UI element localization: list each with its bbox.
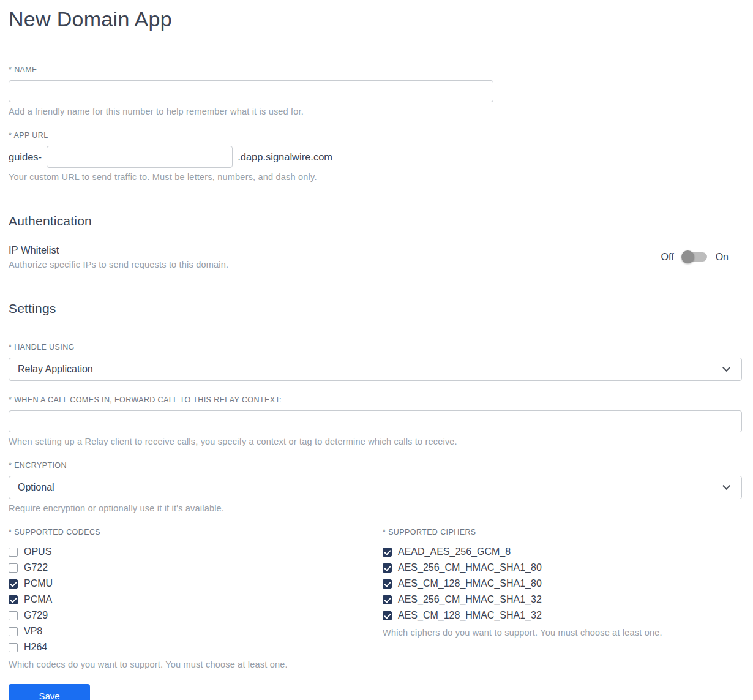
checkbox-icon[interactable] [9,548,18,557]
relay-context-input[interactable] [9,410,742,432]
handle-using-label: * HANDLE USING [9,343,742,352]
cipher-row-5[interactable]: AES_CM_128_HMAC_SHA1_32 [383,608,742,623]
checkbox-icon[interactable] [383,579,392,589]
ip-whitelist-row: IP Whitelist Authorize specific IPs to s… [9,244,742,269]
codec-h264-row[interactable]: H264 [9,639,383,655]
encryption-label: * ENCRYPTION [9,461,742,470]
app-url-help-text: Your custom URL to send traffic to. Must… [9,172,742,182]
codec-label: PCMA [24,594,52,605]
cipher-row-2[interactable]: AES_256_CM_HMAC_SHA1_80 [383,560,742,576]
codec-label: PCMU [24,578,53,589]
encryption-value: Optional [18,482,54,493]
codec-label: G722 [24,562,48,573]
codec-label: G729 [24,610,48,621]
checkbox-icon[interactable] [9,627,18,636]
cipher-label: AES_256_CM_HMAC_SHA1_80 [398,562,542,573]
cipher-row-3[interactable]: AES_CM_128_HMAC_SHA1_80 [383,576,742,592]
checkbox-icon[interactable] [383,563,392,573]
app-url-label: * APP URL [9,131,742,140]
codec-pcmu-row[interactable]: PCMU [9,576,383,592]
supported-codecs-label: * SUPPORTED CODECS [9,528,383,536]
codec-g729-row[interactable]: G729 [9,608,383,623]
relay-context-label: * WHEN A CALL COMES IN, FORWARD CALL TO … [9,396,742,404]
app-url-input[interactable] [47,146,233,168]
codec-label: OPUS [24,546,51,557]
relay-context-help-text: When setting up a Relay client to receiv… [9,437,742,446]
checkbox-icon[interactable] [9,579,18,589]
handle-using-value: Relay Application [18,364,93,375]
cipher-label: AES_CM_128_HMAC_SHA1_80 [398,578,542,589]
chevron-down-icon [722,364,730,372]
checkbox-icon[interactable] [383,611,392,620]
relay-context-field-group: * WHEN A CALL COMES IN, FORWARD CALL TO … [9,396,742,446]
ciphers-checklist: AEAD_AES_256_GCM_8 AES_256_CM_HMAC_SHA1_… [383,544,742,623]
codec-g722-row[interactable]: G722 [9,560,383,576]
codecs-checklist: OPUS G722 PCMU PCMA G729 [9,544,383,655]
toggle-on-label: On [716,252,729,263]
authentication-heading: Authentication [9,214,742,228]
handle-using-select[interactable]: Relay Application [9,358,742,381]
ip-whitelist-label: IP Whitelist [9,244,228,256]
checkbox-icon[interactable] [9,611,18,620]
cipher-label: AES_256_CM_HMAC_SHA1_32 [398,594,542,605]
app-url-suffix: .dapp.signalwire.com [238,151,332,163]
ciphers-help-text: Which ciphers do you want to support. Yo… [383,628,742,638]
codec-pcma-row[interactable]: PCMA [9,592,383,608]
chevron-down-icon [722,482,730,490]
ip-whitelist-toggle-group: Off On [661,252,742,263]
page-title: New Domain App [9,7,742,31]
encryption-select[interactable]: Optional [9,476,742,499]
name-field-group: * NAME Add a friendly name for this numb… [9,66,742,116]
name-help-text: Add a friendly name for this number to h… [9,107,742,116]
toggle-knob-icon [681,250,694,263]
encryption-field-group: * ENCRYPTION Optional Require encryption… [9,461,742,513]
ip-whitelist-text: IP Whitelist Authorize specific IPs to s… [9,244,228,269]
ip-whitelist-help-text: Authorize specific IPs to send requests … [9,260,228,269]
name-input[interactable] [9,80,493,102]
app-url-prefix: guides- [9,151,42,163]
codec-label: H264 [24,642,47,653]
name-label: * NAME [9,66,742,74]
new-domain-app-page: New Domain App * NAME Add a friendly nam… [0,0,753,700]
codec-vp8-row[interactable]: VP8 [9,623,383,639]
save-button[interactable]: Save [9,684,90,700]
cipher-label: AEAD_AES_256_GCM_8 [398,546,511,557]
app-url-field-group: * APP URL guides- .dapp.signalwire.com Y… [9,131,742,182]
checkbox-icon[interactable] [9,563,18,573]
app-url-row: guides- .dapp.signalwire.com [9,146,742,168]
toggle-off-label: Off [661,252,674,263]
cipher-row-1[interactable]: AEAD_AES_256_GCM_8 [383,544,742,560]
codec-label: VP8 [24,626,42,637]
supported-codecs-group: * SUPPORTED CODECS OPUS G722 PCMU PCMA [9,528,383,669]
supported-ciphers-group: * SUPPORTED CIPHERS AEAD_AES_256_GCM_8 A… [383,528,742,669]
cipher-label: AES_CM_128_HMAC_SHA1_32 [398,610,542,621]
checkbox-icon[interactable] [383,548,392,557]
codecs-ciphers-columns: * SUPPORTED CODECS OPUS G722 PCMU PCMA [9,528,742,669]
cipher-row-4[interactable]: AES_256_CM_HMAC_SHA1_32 [383,592,742,608]
checkbox-icon[interactable] [383,595,392,604]
handle-using-field-group: * HANDLE USING Relay Application [9,343,742,381]
ip-whitelist-toggle[interactable] [683,252,707,262]
codec-opus-row[interactable]: OPUS [9,544,383,560]
checkbox-icon[interactable] [9,595,18,604]
codecs-help-text: Which codecs do you want to support. You… [9,660,383,669]
settings-heading: Settings [9,301,742,316]
checkbox-icon[interactable] [9,643,18,652]
supported-ciphers-label: * SUPPORTED CIPHERS [383,528,742,536]
encryption-help-text: Require encryption or optionally use it … [9,503,742,513]
